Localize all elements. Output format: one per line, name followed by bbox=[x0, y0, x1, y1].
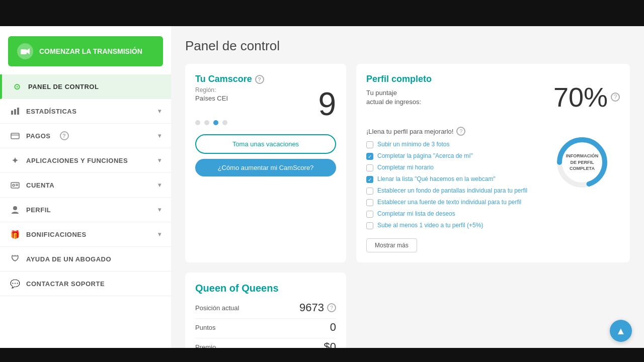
sidebar-item-aplicaciones-label: APLICACIONES Y FUNCIONES bbox=[26, 157, 128, 164]
checkbox-8 bbox=[366, 222, 373, 229]
checklist-item-8[interactable]: Sube al menos 1 video a tu perfil (+5%) bbox=[366, 222, 554, 229]
top-cards-row: Tu Camscore ? Región: Países CEI 9 Toma … bbox=[185, 64, 630, 262]
sidebar: COMENZAR LA TRANSMISIÓN ⊙ PANEL DE CONTR… bbox=[0, 26, 171, 348]
camscore-score: Región: Países CEI 9 bbox=[195, 86, 336, 102]
scroll-to-top-button[interactable]: ▲ bbox=[610, 320, 632, 342]
chevron-down-icon: ▾ bbox=[158, 231, 162, 238]
how-to-camscore-button[interactable]: ¿Cómo aumentar mi CamScore? bbox=[195, 159, 336, 176]
queen-card: Queen of Queens Posición actual 9673 ? P… bbox=[185, 273, 346, 348]
show-more-button[interactable]: Mostrar más bbox=[366, 238, 417, 252]
sidebar-item-estadisticas[interactable]: ESTADÍSTICAS ▾ bbox=[0, 99, 171, 124]
svg-rect-4 bbox=[17, 108, 19, 115]
region-name: Países CEI bbox=[195, 95, 336, 102]
prize-value: $0 bbox=[324, 340, 336, 348]
start-broadcast-button[interactable]: COMENZAR LA TRANSMISIÓN bbox=[8, 36, 163, 66]
sidebar-item-panel-label: PANEL DE CONTROL bbox=[28, 83, 99, 90]
svg-rect-5 bbox=[11, 133, 19, 139]
shield-icon: 🛡 bbox=[10, 254, 20, 264]
checkbox-6 bbox=[366, 199, 373, 206]
dashboard-icon: ⊙ bbox=[12, 81, 22, 92]
points-row: Puntos 0 bbox=[195, 321, 336, 334]
checklist-item-6[interactable]: Establecer una fuente de texto individua… bbox=[366, 199, 554, 206]
chat-icon: 💬 bbox=[10, 279, 20, 289]
circle-label: INFORMACIÓN DE PERFIL COMPLETA bbox=[566, 153, 599, 172]
svg-rect-2 bbox=[11, 111, 13, 115]
prize-row: Premio $0 bbox=[195, 340, 336, 348]
points-value: 0 bbox=[330, 321, 336, 334]
checkbox-2: ✓ bbox=[366, 153, 373, 160]
camscore-title: Tu Camscore ? bbox=[195, 74, 336, 84]
credit-card-icon bbox=[10, 131, 20, 141]
svg-point-11 bbox=[13, 206, 17, 210]
sidebar-item-aplicaciones[interactable]: ✦ APLICACIONES Y FUNCIONES ▾ bbox=[0, 148, 171, 173]
checkbox-7 bbox=[366, 211, 373, 218]
sidebar-item-perfil[interactable]: PERFIL ▾ bbox=[0, 198, 171, 222]
chevron-down-icon: ▾ bbox=[158, 108, 162, 115]
fill-help-icon[interactable]: ? bbox=[456, 127, 465, 136]
camera-icon bbox=[17, 43, 33, 59]
main-content: Panel de control Tu Camscore ? Región: P… bbox=[171, 26, 644, 348]
checklist-item-7[interactable]: Completar mi lista de deseos bbox=[366, 210, 554, 218]
sidebar-item-panel[interactable]: ⊙ PANEL DE CONTROL bbox=[0, 74, 171, 99]
points-label: Puntos bbox=[195, 324, 215, 331]
position-row: Posición actual 9673 ? bbox=[195, 301, 336, 314]
start-btn-label: COMENZAR LA TRANSMISIÓN bbox=[39, 47, 142, 56]
svg-point-8 bbox=[13, 184, 15, 186]
sidebar-item-bonificaciones-label: BONIFICACIONES bbox=[26, 231, 87, 238]
sidebar-item-abogado-label: AYUDA DE UN ABOGADO bbox=[26, 255, 111, 263]
chevron-down-icon: ▾ bbox=[158, 206, 162, 213]
checklist-item-4[interactable]: ✓ Llenar la lista "Qué hacemos en la web… bbox=[366, 175, 554, 183]
sidebar-item-cuenta-label: CUENTA bbox=[26, 182, 54, 189]
profile-score-help-icon[interactable]: ? bbox=[611, 93, 620, 102]
puzzle-icon: ✦ bbox=[10, 155, 20, 165]
sidebar-item-estadisticas-label: ESTADÍSTICAS bbox=[26, 108, 76, 115]
chevron-down-icon: ▾ bbox=[158, 157, 162, 164]
chevron-down-icon: ▾ bbox=[158, 132, 162, 139]
sidebar-item-pagos[interactable]: PAGOS ? ▾ bbox=[0, 124, 171, 148]
page-title: Panel de control bbox=[185, 38, 630, 54]
profile-card: Perfil completo Tu puntajeactual de ingr… bbox=[356, 64, 630, 262]
sidebar-item-soporte-label: CONTACTAR SOPORTE bbox=[26, 280, 105, 288]
checklist-item-5[interactable]: Establecer un fondo de pantallas individ… bbox=[366, 187, 554, 195]
gift-icon: 🎁 bbox=[10, 229, 20, 239]
score-value: 70% ? bbox=[553, 81, 620, 113]
svg-rect-3 bbox=[14, 109, 16, 115]
region-label: Región: bbox=[195, 86, 336, 94]
help-icon-pagos[interactable]: ? bbox=[60, 131, 69, 140]
person-icon bbox=[10, 205, 20, 215]
chevron-down-icon: ▾ bbox=[158, 182, 162, 189]
queen-help-icon[interactable]: ? bbox=[327, 303, 336, 312]
position-label: Posición actual bbox=[195, 304, 239, 312]
checklist-item-1[interactable]: Subir un mínimo de 3 fotos bbox=[366, 141, 554, 148]
vacation-button[interactable]: Toma unas vacaciones bbox=[195, 134, 336, 154]
checkbox-1 bbox=[366, 141, 373, 148]
svg-rect-0 bbox=[21, 49, 27, 54]
position-value: 9673 ? bbox=[299, 301, 336, 314]
camscore-help-icon[interactable]: ? bbox=[255, 75, 264, 84]
sidebar-item-soporte[interactable]: 💬 CONTACTAR SOPORTE bbox=[0, 272, 171, 296]
sidebar-item-bonificaciones[interactable]: 🎁 BONIFICACIONES ▾ bbox=[0, 222, 171, 247]
queen-title: Queen of Queens bbox=[195, 283, 336, 294]
checklist-item-2[interactable]: ✓ Completar la página "Acerca de mí" bbox=[366, 152, 554, 160]
camscore-dots bbox=[195, 120, 336, 125]
dot-1 bbox=[195, 120, 200, 125]
dot-2 bbox=[204, 120, 209, 125]
camscore-card: Tu Camscore ? Región: Países CEI 9 Toma … bbox=[185, 64, 346, 262]
arrow-up-icon: ▲ bbox=[616, 325, 626, 337]
svg-marker-1 bbox=[27, 48, 30, 54]
profile-checklist: Subir un mínimo de 3 fotos ✓ Completar l… bbox=[366, 141, 554, 233]
checkbox-4: ✓ bbox=[366, 176, 373, 183]
id-card-icon bbox=[10, 180, 20, 190]
sidebar-item-perfil-label: PERFIL bbox=[26, 206, 51, 214]
checklist-item-3[interactable]: Completar mi horario bbox=[366, 164, 554, 171]
sidebar-item-cuenta[interactable]: CUENTA ▾ bbox=[0, 173, 171, 198]
sidebar-item-abogado[interactable]: 🛡 AYUDA DE UN ABOGADO bbox=[0, 247, 171, 272]
black-bar-top bbox=[0, 0, 644, 26]
checkbox-5 bbox=[366, 188, 373, 195]
sidebar-item-pagos-label: PAGOS bbox=[26, 132, 51, 140]
camscore-value: 9 bbox=[318, 88, 336, 120]
black-bar-bottom bbox=[0, 348, 644, 362]
bar-chart-icon bbox=[10, 106, 20, 116]
circular-progress: INFORMACIÓN DE PERFIL COMPLETA bbox=[554, 135, 610, 190]
checkbox-3 bbox=[366, 164, 373, 171]
